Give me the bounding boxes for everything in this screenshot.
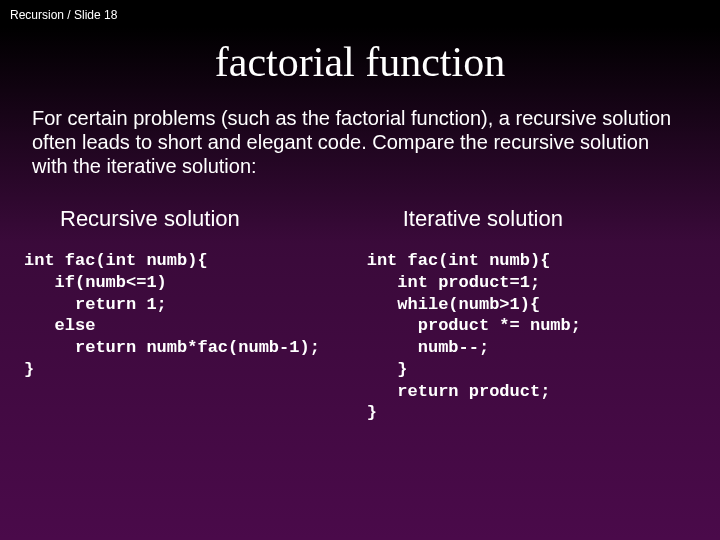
recursive-column: Recursive solution int fac(int numb){ if… xyxy=(24,206,367,424)
slide: Recursion / Slide 18 factorial function … xyxy=(0,0,720,540)
iterative-heading: Iterative solution xyxy=(367,206,696,232)
slide-header: Recursion / Slide 18 xyxy=(0,0,720,22)
iterative-code: int fac(int numb){ int product=1; while(… xyxy=(367,250,696,424)
intro-paragraph: For certain problems (such as the factor… xyxy=(0,106,720,178)
columns: Recursive solution int fac(int numb){ if… xyxy=(0,206,720,424)
recursive-heading: Recursive solution xyxy=(24,206,367,232)
slide-title: factorial function xyxy=(0,38,720,86)
iterative-column: Iterative solution int fac(int numb){ in… xyxy=(367,206,696,424)
recursive-code: int fac(int numb){ if(numb<=1) return 1;… xyxy=(24,250,367,381)
